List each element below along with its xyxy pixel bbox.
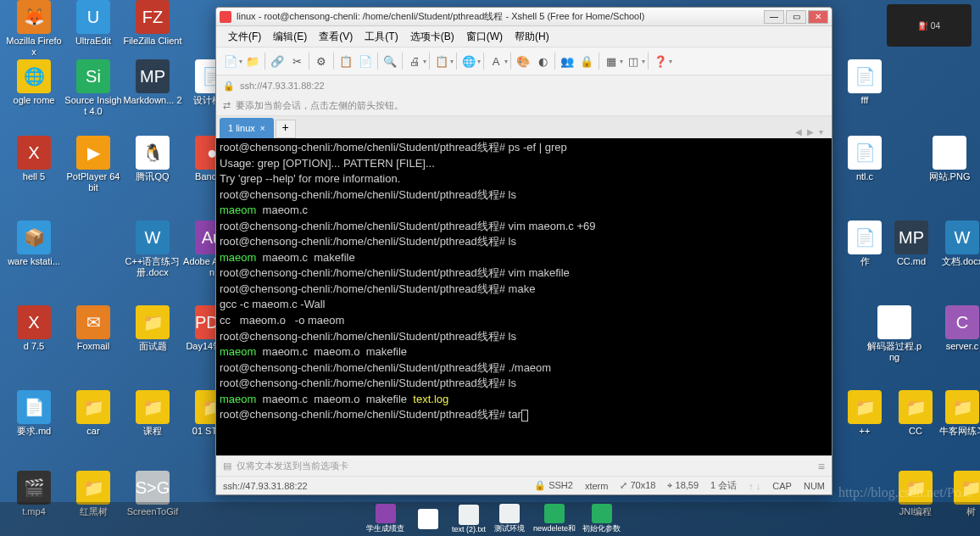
desktop-icon[interactable]: 📄ntl.c xyxy=(835,136,894,182)
font-icon[interactable]: A xyxy=(487,51,505,71)
address-url[interactable]: ssh://47.93.31.88:22 xyxy=(240,81,325,91)
tab-close-icon[interactable]: × xyxy=(260,124,265,133)
new-session-icon[interactable]: 📄 xyxy=(221,51,240,71)
menu-window[interactable]: 窗口(W) xyxy=(461,28,508,46)
window-title: linux - root@chensong-chenli: /home/chen… xyxy=(237,10,764,23)
lock-icon[interactable]: 🔒 xyxy=(577,51,596,71)
desktop-icon[interactable]: 🐧腾讯QQ xyxy=(123,136,182,182)
desktop-icon[interactable]: 📁面试题 xyxy=(123,305,182,352)
send-bar: ▤ 仅将文本发送到当前选项卡 ≡ xyxy=(216,455,832,476)
close-button[interactable]: ✕ xyxy=(808,10,828,24)
status-bar: ssh://47.93.31.88:22 🔒 SSH2 xterm ⤢ 70x1… xyxy=(216,476,832,494)
desktop-icon[interactable]: 🦊Mozilla Firefox xyxy=(4,0,64,58)
status-size: ⤢ 70x18 xyxy=(620,480,655,491)
palette-icon[interactable]: ◐ xyxy=(533,51,552,71)
color-icon[interactable]: 🎨 xyxy=(514,51,532,71)
desktop-icon[interactable]: UUltraEdit xyxy=(64,0,123,47)
tile-icon[interactable]: ◫ xyxy=(624,51,643,71)
print-icon[interactable]: 🖨 xyxy=(405,51,424,71)
status-term: xterm xyxy=(585,481,609,491)
menu-file[interactable]: 文件(F) xyxy=(223,28,266,46)
tab-label: 1 linux xyxy=(228,123,255,133)
status-pos: ⌖ 18,59 xyxy=(667,480,699,491)
desktop-icon[interactable]: Cserver.c xyxy=(933,305,980,352)
reconnect-icon[interactable]: 🔗 xyxy=(268,51,287,71)
layout-icon[interactable]: ▦ xyxy=(602,51,621,71)
taskbar-item[interactable]: 测试环境 xyxy=(491,504,528,534)
desktop-icon[interactable]: 📁课程 xyxy=(123,390,182,437)
log-icon[interactable]: 📋 xyxy=(432,51,451,71)
address-bar: 🔒 ssh://47.93.31.88:22 xyxy=(216,75,832,96)
status-sessions: 1 会话 xyxy=(710,479,737,492)
desktop-icon[interactable]: WC++语言练习册.docx xyxy=(123,221,182,278)
taskbar-item[interactable]: N xyxy=(409,504,447,534)
status-caps: CAP xyxy=(772,481,792,491)
send-menu-icon[interactable]: ≡ xyxy=(818,460,825,473)
tab-list-icon[interactable]: ▾ xyxy=(817,126,825,138)
menu-edit[interactable]: 编辑(E) xyxy=(268,28,312,46)
desktop-icon[interactable]: 📄要求.md xyxy=(4,390,64,437)
desktop-icon[interactable]: SiSource Insight 4.0 xyxy=(64,59,123,117)
desktop-icon[interactable]: 🖼网站.PNG xyxy=(920,136,979,182)
app-icon xyxy=(220,11,231,23)
menu-tools[interactable]: 工具(T) xyxy=(359,28,403,46)
desktop-icon[interactable]: ▶PotPlayer 64 bit xyxy=(64,136,123,193)
xshell-window: linux - root@chensong-chenli: /home/chen… xyxy=(215,7,832,495)
desktop-icon[interactable]: Xd 7.5 xyxy=(4,305,64,352)
cursor xyxy=(521,410,528,422)
taskbar-item[interactable]: 学生成绩查 xyxy=(365,504,406,534)
status-conn: ssh://47.93.31.88:22 xyxy=(223,481,308,491)
tab-prev-icon[interactable]: ◀ xyxy=(793,126,804,138)
taskbar-item[interactable]: newdelete和 xyxy=(532,504,577,534)
tab-bar: 1 linux × + ◀ ▶ ▾ xyxy=(216,116,832,138)
desktop-icon[interactable]: Xhell 5 xyxy=(4,136,64,182)
menu-view[interactable]: 查看(V) xyxy=(314,28,358,46)
titlebar[interactable]: linux - root@chensong-chenli: /home/chen… xyxy=(216,8,832,26)
add-tab-button[interactable]: + xyxy=(276,120,296,138)
find-icon[interactable]: 🔍 xyxy=(381,51,399,71)
tab-active[interactable]: 1 linux × xyxy=(220,118,274,138)
menu-help[interactable]: 帮助(H) xyxy=(509,28,554,46)
arrow-icon[interactable]: ⇄ xyxy=(223,100,231,111)
desktop-icon[interactable]: 📄fff xyxy=(835,59,894,106)
lock-icon: 🔒 xyxy=(223,81,235,92)
taskbar: 学生成绩查 N text (2).txt 测试环境 newdelete和 初始化… xyxy=(0,502,980,536)
desktop-icon[interactable]: 🖼解码器过程.png xyxy=(865,305,924,363)
menu-tabs[interactable]: 选项卡(B) xyxy=(405,28,459,46)
system-gauge: ⛽ 04 xyxy=(887,4,972,47)
send-icon[interactable]: ▤ xyxy=(223,461,231,472)
maximize-button[interactable]: ▭ xyxy=(786,10,806,24)
desktop-icon[interactable]: W文档.docx xyxy=(933,221,980,267)
help-icon[interactable]: ❓ xyxy=(651,51,670,71)
desktop-icon[interactable]: 📦ware kstati... xyxy=(4,221,64,267)
desktop-icon[interactable]: 📁car xyxy=(64,390,123,437)
send-text[interactable]: 仅将文本发送到当前选项卡 xyxy=(237,460,348,472)
globe-icon[interactable]: 🌐 xyxy=(459,51,478,71)
hint-bar: ⇄ 要添加当前会话，点击左侧的箭头按钮。 xyxy=(216,96,832,116)
hint-text: 要添加当前会话，点击左侧的箭头按钮。 xyxy=(236,99,404,112)
desktop-icon[interactable]: FZFileZilla Client xyxy=(123,0,182,47)
toolbar: 📄▾ 📁 🔗 ✂ ⚙ 📋 📄 🔍 🖨▾ 📋▾ 🌐▾ A▾ 🎨 ◐ 👥 xyxy=(216,47,832,75)
status-num: NUM xyxy=(804,481,825,491)
menubar: 文件(F) 编辑(E) 查看(V) 工具(T) 选项卡(B) 窗口(W) 帮助(… xyxy=(216,26,832,47)
taskbar-item[interactable]: text (2).txt xyxy=(450,504,487,534)
desktop-icon[interactable]: 🌐ogle rome xyxy=(4,59,64,106)
copy-icon[interactable]: 📋 xyxy=(337,51,355,71)
minimize-button[interactable]: — xyxy=(764,10,784,24)
properties-icon[interactable]: ⚙ xyxy=(312,51,331,71)
status-proto: 🔒 SSH2 xyxy=(534,480,573,491)
disconnect-icon[interactable]: ✂ xyxy=(287,51,306,71)
status-arrows: ↑ ↓ xyxy=(749,481,760,491)
desktop-icon[interactable]: MPMarkdown... 2 xyxy=(123,59,182,106)
desktop-icon[interactable]: 📁牛客网练习 xyxy=(933,390,980,437)
desktop-icon[interactable]: ✉Foxmail xyxy=(64,305,123,352)
paste-icon[interactable]: 📄 xyxy=(356,51,375,71)
users-icon[interactable]: 👥 xyxy=(558,51,576,71)
taskbar-item[interactable]: 初始化参数 xyxy=(581,504,622,534)
watermark: http://blog.csdn.net/Po... xyxy=(838,485,972,500)
desktop-background: 🦊Mozilla Firefox UUltraEdit FZFileZilla … xyxy=(0,0,980,536)
terminal[interactable]: root@chensong-chenli:/home/chenli/Studen… xyxy=(216,138,832,455)
open-icon[interactable]: 📁 xyxy=(243,51,262,71)
tab-next-icon[interactable]: ▶ xyxy=(805,126,816,138)
